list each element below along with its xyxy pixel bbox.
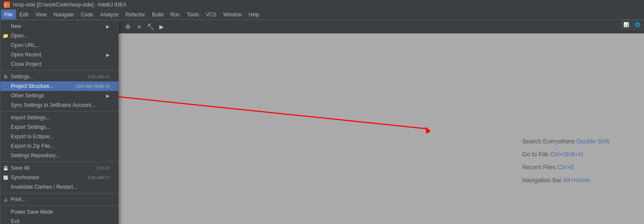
- menu-item-import-settings[interactable]: Import Settings...: [0, 113, 118, 122]
- menu-item-sync-settings[interactable]: Sync Settings to JetBrains Account...: [0, 100, 118, 110]
- menu-item-import-settings-label: Import Settings...: [11, 115, 50, 121]
- top-right-icons: 📊 🌐: [622, 20, 642, 29]
- title-bar: I hosp-side [D:\workCode\hosp-side] - In…: [0, 0, 644, 9]
- menu-item-project-structure[interactable]: Project Structure... Ctrl+Alt+Shift+S: [0, 81, 118, 91]
- menu-item-project-structure-label: Project Structure...: [11, 83, 54, 89]
- toolbar-settings-btn[interactable]: ⚙: [123, 22, 133, 31]
- menu-item-new-arrow: ▶: [106, 24, 110, 29]
- hint-recent-text: Recent Files: [522, 164, 558, 171]
- menu-item-settings-label: Settings...: [11, 74, 34, 80]
- hint-navbar-key: Alt+Home: [563, 177, 590, 184]
- menu-item-settings-repo-label: Settings Repository...: [11, 152, 60, 159]
- sync-icon: 🔄: [2, 174, 9, 181]
- hint-navbar-text: Navigation Bar: [522, 177, 563, 184]
- divider-3: [0, 162, 118, 162]
- menu-item-sync-settings-label: Sync Settings to JetBrains Account...: [11, 102, 95, 108]
- menu-bar: File Edit View Navigate Code Analyze Ref…: [0, 9, 644, 20]
- menu-view[interactable]: View: [32, 9, 50, 19]
- menu-item-export-settings-label: Export Settings...: [11, 124, 50, 130]
- divider-4: [0, 193, 118, 193]
- hint-recent-key: Ctrl+E: [557, 164, 574, 171]
- menu-item-export-eclipse-label: Export to Eclipse...: [11, 134, 54, 140]
- menu-item-open-url-label: Open URL...: [11, 42, 40, 48]
- svg-marker-3: [425, 127, 431, 134]
- menu-item-synchronize-label: Synchronize: [11, 174, 39, 180]
- search-hints: Search Everywhere Double Shift Go to Fil…: [522, 138, 609, 190]
- print-icon: 🖨: [2, 196, 9, 203]
- hint-goto-key: Ctrl+Shift+N: [550, 151, 583, 158]
- hint-search-text: Search Everywhere: [522, 138, 577, 145]
- menu-item-close-project[interactable]: Close Project: [0, 59, 118, 69]
- divider-5: [0, 205, 118, 206]
- menu-tools[interactable]: Tools: [183, 9, 202, 19]
- menu-item-save-all[interactable]: 💾 Save All Ctrl+S: [0, 163, 118, 173]
- svg-line-2: [86, 93, 427, 129]
- menu-item-other-settings-arrow: ▶: [106, 93, 110, 98]
- menu-item-export-eclipse[interactable]: Export to Eclipse...: [0, 132, 118, 141]
- menu-analyze[interactable]: Analyze: [97, 9, 122, 19]
- menu-build[interactable]: Build: [148, 9, 167, 19]
- menu-item-synchronize[interactable]: 🔄 Synchronize Ctrl+Alt+Y: [0, 173, 118, 182]
- menu-item-power-save-label: Power Save Mode: [11, 209, 53, 215]
- hint-search-key: Double Shift: [577, 138, 609, 145]
- hint-search: Search Everywhere Double Shift: [522, 138, 609, 145]
- menu-item-print[interactable]: 🖨 Print...: [0, 195, 118, 204]
- menu-item-new-label: New: [11, 23, 21, 29]
- menu-help[interactable]: Help: [245, 9, 263, 19]
- menu-item-open[interactable]: 📁 Open...: [0, 31, 118, 40]
- menu-item-exit[interactable]: Exit: [0, 217, 118, 224]
- save-icon: 💾: [2, 165, 9, 171]
- menu-item-export-settings[interactable]: Export Settings...: [0, 122, 118, 132]
- hint-recent: Recent Files Ctrl+E: [522, 164, 609, 171]
- folder-icon: 📁: [2, 32, 9, 39]
- menu-item-export-zip-label: Export to Zip File...: [11, 143, 54, 149]
- menu-item-open-label: Open...: [11, 33, 28, 39]
- toolbar-gradle-btn[interactable]: ≡: [134, 22, 144, 31]
- menu-item-open-recent-arrow: ▶: [106, 53, 110, 57]
- menu-item-project-structure-shortcut: Ctrl+Alt+Shift+S: [76, 84, 110, 89]
- menu-item-settings[interactable]: ⚙ Settings... Ctrl+Alt+S: [0, 72, 118, 81]
- svg-text:I: I: [5, 3, 6, 7]
- menu-item-open-recent[interactable]: Open Recent ▶: [0, 50, 118, 59]
- menu-item-export-zip[interactable]: Export to Zip File...: [0, 141, 118, 151]
- menu-vcs[interactable]: VCS: [202, 9, 220, 19]
- menu-item-exit-label: Exit: [11, 218, 19, 224]
- menu-item-power-save[interactable]: Power Save Mode: [0, 207, 118, 217]
- menu-item-open-recent-label: Open Recent: [11, 52, 41, 58]
- menu-item-print-label: Print...: [11, 196, 26, 202]
- toolbar-build-btn[interactable]: 🔨: [145, 22, 155, 31]
- menu-item-open-url[interactable]: Open URL...: [0, 40, 118, 50]
- app-icon: I: [3, 1, 10, 8]
- menu-edit[interactable]: Edit: [16, 9, 32, 19]
- menu-item-other-settings[interactable]: Other Settings ▶: [0, 91, 118, 100]
- menu-item-save-all-label: Save All: [11, 165, 29, 171]
- title-text: hosp-side [D:\workCode\hosp-side] - Inte…: [13, 2, 126, 8]
- menu-navigate[interactable]: Navigate: [50, 9, 77, 19]
- menu-item-invalidate-caches[interactable]: Invalidate Caches / Restart...: [0, 182, 118, 192]
- menu-item-invalidate-caches-label: Invalidate Caches / Restart...: [11, 184, 77, 190]
- settings-icon: ⚙: [2, 73, 9, 80]
- hint-goto: Go to File Ctrl+Shift+N: [522, 151, 609, 158]
- menu-item-settings-shortcut: Ctrl+Alt+S: [88, 74, 110, 79]
- menu-run[interactable]: Run: [167, 9, 183, 19]
- top-right-icon-1[interactable]: 📊: [622, 20, 631, 29]
- menu-item-close-project-label: Close Project: [11, 61, 41, 67]
- menu-item-settings-repo[interactable]: Settings Repository...: [0, 151, 118, 160]
- menu-item-synchronize-shortcut: Ctrl+Alt+Y: [88, 175, 110, 180]
- menu-window[interactable]: Window: [220, 9, 245, 19]
- hint-goto-text: Go to File: [522, 151, 550, 158]
- file-dropdown-menu: New ▶ 📁 Open... Open URL... Open Recent …: [0, 20, 119, 224]
- menu-code[interactable]: Code: [77, 9, 97, 19]
- menu-file[interactable]: File: [1, 9, 16, 19]
- menu-item-save-all-shortcut: Ctrl+S: [96, 165, 110, 171]
- menu-item-new[interactable]: New ▶: [0, 22, 118, 31]
- menu-item-other-settings-label: Other Settings: [11, 93, 44, 99]
- divider-1: [0, 70, 118, 71]
- divider-2: [0, 111, 118, 112]
- top-right-icon-2[interactable]: 🌐: [633, 20, 642, 29]
- toolbar-run-btn[interactable]: ▶: [157, 22, 166, 31]
- hint-navbar: Navigation Bar Alt+Home: [522, 177, 609, 184]
- menu-refactor[interactable]: Refactor: [122, 9, 148, 19]
